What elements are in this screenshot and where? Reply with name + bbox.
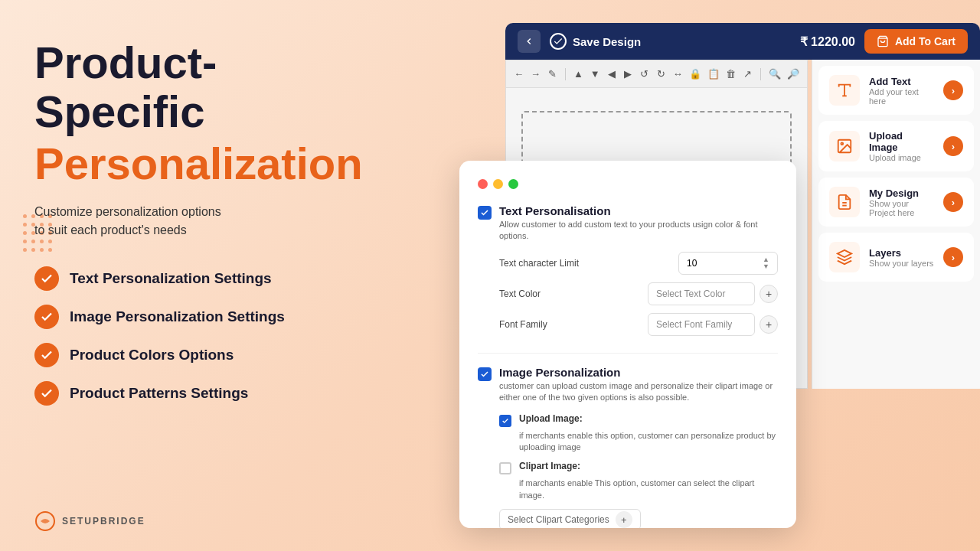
toolbar-zoom-in[interactable]: 🔎 [787,67,799,81]
back-button[interactable] [518,30,541,53]
add-to-cart-button[interactable]: Add To Cart [864,29,968,54]
layers-icon-container [829,242,860,272]
text-color-row: Text Color Select Text Color + [478,282,778,305]
image-section-info: Image Personalization customer can uploa… [499,366,778,404]
clipart-image-option: Clipart Image: if marchants enable This … [478,461,778,528]
panel-layers[interactable]: Layers Show your layers › [818,233,974,282]
toolbar-expand[interactable]: ↗ [743,67,753,81]
topbar-left: Save Design [518,30,641,53]
upload-image-icon-container [829,131,860,161]
toolbar-flip[interactable]: ↔ [672,67,683,81]
panel-my-design[interactable]: My Design Show your Project here › [818,178,974,227]
toolbar-copy[interactable]: 📋 [707,67,720,81]
brand: SETUPBRIDGE [34,510,145,532]
right-panel: Add Text Add your text here › Upload Ima… [812,60,980,389]
panel-upload-image[interactable]: Upload Image Upload image › [818,121,974,171]
font-family-select-wrap: Select Font Family + [648,313,778,336]
upload-image-info: Upload Image Upload image [869,130,934,162]
feature-label-1: Text Personalization Settings [70,270,272,287]
minimize-window-button[interactable] [493,179,503,189]
upload-image-option: Upload Image: if merchants enable this o… [478,413,778,454]
left-section: Product-Specific Personalization Customi… [34,38,364,406]
text-color-add-button[interactable]: + [760,285,778,303]
toolbar-separator-1 [565,68,566,80]
settings-modal: Text Personalisation Allow customer to a… [459,161,796,528]
save-design-button[interactable]: Save Design [550,33,641,50]
text-color-select-wrap: Select Text Color + [648,282,778,305]
brand-logo-icon [34,510,56,532]
svg-point-3 [841,142,843,145]
font-family-row: Font Family Select Font Family + [478,313,778,336]
image-personalization-section: Image Personalization customer can uploa… [478,366,778,528]
layers-info: Layers Show your layers [869,247,934,268]
font-family-add-button[interactable]: + [760,315,778,334]
select-clipart-wrap: Select Clipart Categories + [499,509,778,528]
feature-item-3: Product Colors Options [34,343,364,367]
toolbar-rotate-right[interactable]: ↻ [656,67,667,81]
feature-label-4: Product Patterns Settings [70,385,248,402]
font-family-select[interactable]: Select Font Family [648,313,755,336]
my-design-arrow[interactable]: › [943,192,963,212]
design-tool: Save Design ₹ 1220.00 Add To Cart ← → ✎ … [459,23,980,528]
save-icon [550,33,567,50]
toolbar-undo[interactable]: ← [514,67,524,81]
feature-label-3: Product Colors Options [70,347,234,364]
svg-marker-6 [838,250,851,257]
toolbar-hand[interactable]: ✎ [547,67,557,81]
feature-item-4: Product Patterns Settings [34,381,364,406]
layers-arrow[interactable]: › [943,247,963,267]
toolbar-down[interactable]: ▼ [590,67,600,81]
section-divider-1 [478,353,778,354]
upload-image-checkbox[interactable] [499,415,511,427]
text-personalization-section: Text Personalisation Allow customer to a… [478,204,778,336]
toolbar-redo[interactable]: → [531,67,541,81]
toolbar-left[interactable]: ◀ [606,67,617,81]
feature-label-2: Image Personalization Settings [70,308,285,325]
maximize-window-button[interactable] [508,179,518,189]
check-icon-2 [34,305,59,329]
main-title: Product-Specific Personalization [34,38,364,187]
subtitle: Customize personalization optionsto suit… [34,203,364,240]
my-design-info: My Design Show your Project here [869,187,934,217]
canvas-toolbar: ← → ✎ ▲ ▼ ◀ ▶ ↺ ↻ ↔ 🔒 📋 🗑 ↗ 🔍 🔎 [506,60,807,88]
toolbar-right[interactable]: ▶ [623,67,634,81]
clipart-plus-button[interactable]: + [616,511,632,528]
text-char-limit-row: Text character Limit 10 ▲ ▼ [478,252,778,275]
toolbar-rotate-left[interactable]: ↺ [639,67,650,81]
toolbar-zoom-out[interactable]: 🔍 [769,67,781,81]
upload-image-arrow[interactable]: › [943,136,963,156]
check-icon-4 [34,381,59,406]
check-icon-1 [34,266,59,291]
text-section-info: Text Personalisation Allow customer to a… [499,204,778,243]
image-personalization-checkbox[interactable] [478,367,492,381]
design-topbar: Save Design ₹ 1220.00 Add To Cart [505,23,980,60]
window-controls [478,179,778,189]
topbar-right: ₹ 1220.00 Add To Cart [800,29,968,54]
check-icon-3 [34,343,59,367]
close-window-button[interactable] [478,179,488,189]
feature-item-1: Text Personalization Settings [34,266,364,291]
brand-name: SETUPBRIDGE [62,516,145,527]
text-personalization-checkbox[interactable] [478,206,492,220]
my-design-icon-container [829,187,860,217]
text-char-limit-input[interactable]: 10 ▲ ▼ [678,252,778,275]
feature-item-2: Image Personalization Settings [34,305,364,329]
image-section-header: Image Personalization customer can uploa… [478,366,778,404]
toolbar-up[interactable]: ▲ [573,67,584,81]
price-display: ₹ 1220.00 [800,34,855,49]
add-text-info: Add Text Add your text here [869,76,934,106]
clipart-check-header: Clipart Image: [499,461,778,474]
upload-image-check-header: Upload Image: [499,413,778,427]
stepper-arrows[interactable]: ▲ ▼ [763,256,769,270]
clipart-categories-select[interactable]: Select Clipart Categories + [499,509,641,528]
text-color-select[interactable]: Select Text Color [648,282,755,305]
add-text-arrow[interactable]: › [943,80,963,100]
add-text-icon-container [829,75,860,106]
toolbar-lock[interactable]: 🔒 [689,67,701,81]
panel-add-text[interactable]: Add Text Add your text here › [818,66,974,115]
text-char-limit-input-wrap: 10 ▲ ▼ [678,252,778,275]
text-section-header: Text Personalisation Allow customer to a… [478,204,778,243]
toolbar-separator-2 [760,68,761,80]
toolbar-trash[interactable]: 🗑 [726,67,737,81]
clipart-image-checkbox[interactable] [499,462,511,474]
